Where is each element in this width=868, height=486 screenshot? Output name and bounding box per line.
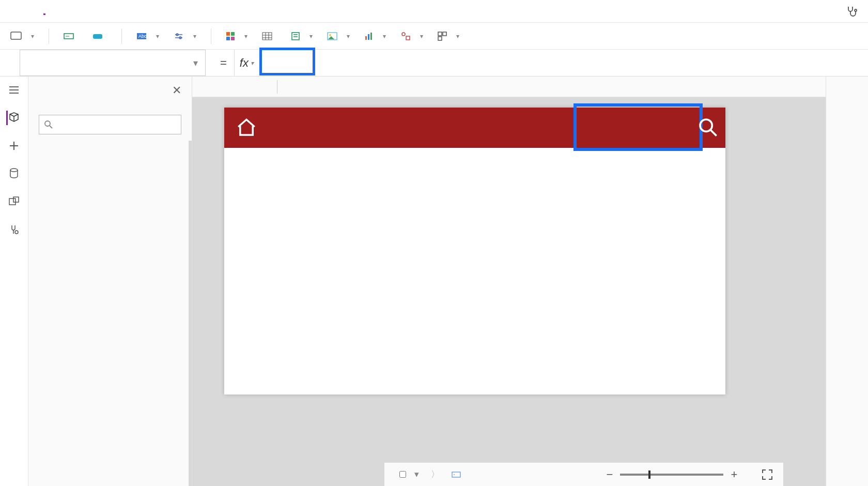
chevron-down-icon: ▾ xyxy=(383,33,386,40)
svg-rect-15 xyxy=(262,33,272,40)
menu-view[interactable] xyxy=(60,8,62,14)
search-icon xyxy=(44,120,53,129)
insert-custom-button[interactable]: ▾ xyxy=(438,32,459,41)
svg-rect-11 xyxy=(226,32,230,36)
svg-point-41 xyxy=(10,169,18,172)
database-icon[interactable] xyxy=(7,166,21,181)
customers-gallery[interactable] xyxy=(224,148,725,394)
insert-datatable-button[interactable] xyxy=(262,32,276,40)
svg-line-37 xyxy=(14,114,18,116)
tools-icon[interactable] xyxy=(7,222,21,237)
chevron-down-icon: ▾ xyxy=(456,33,459,40)
svg-rect-20 xyxy=(292,33,299,40)
svg-rect-4 xyxy=(93,34,102,39)
insert-input-button[interactable]: ▾ xyxy=(174,32,196,41)
svg-rect-1 xyxy=(11,32,21,39)
insert-label-button[interactable] xyxy=(64,32,78,40)
status-bar: ▾ 〉 − + xyxy=(384,462,783,486)
svg-rect-42 xyxy=(9,199,16,205)
property-selector[interactable]: ▾ xyxy=(20,50,206,76)
selected-textinput-highlight xyxy=(574,103,703,151)
svg-rect-27 xyxy=(370,33,372,40)
main-area: ✕ xyxy=(0,77,868,486)
text-icon: Abc xyxy=(136,33,147,40)
svg-point-24 xyxy=(329,34,331,36)
menu-home[interactable] xyxy=(27,8,29,14)
tree-search-input[interactable] xyxy=(39,115,181,134)
svg-rect-32 xyxy=(438,37,442,40)
zoom-out-button[interactable]: − xyxy=(607,468,613,481)
crumb-checkbox[interactable] xyxy=(399,471,406,478)
button-icon xyxy=(92,32,103,40)
textinput-icon xyxy=(452,471,461,478)
svg-point-48 xyxy=(700,119,712,131)
svg-rect-43 xyxy=(13,197,19,202)
svg-rect-26 xyxy=(368,34,369,40)
app-canvas[interactable] xyxy=(224,108,725,394)
ribbon: ▾ Abc ▾ ▾ ▾ ▾ ▾ ▾ ▾ ▾ xyxy=(0,23,868,50)
close-icon[interactable]: ✕ xyxy=(172,84,181,97)
svg-point-28 xyxy=(402,33,405,36)
svg-line-47 xyxy=(50,126,52,128)
hamburger-icon[interactable] xyxy=(7,83,21,97)
svg-rect-31 xyxy=(443,32,446,36)
svg-rect-30 xyxy=(438,32,442,36)
insert-media-button[interactable]: ▾ xyxy=(327,32,350,40)
app-header xyxy=(224,108,725,148)
zoom-in-button[interactable]: + xyxy=(731,468,737,481)
svg-rect-25 xyxy=(365,36,367,40)
charts-icon xyxy=(364,32,374,40)
chevron-down-icon: ▾ xyxy=(414,469,419,480)
equals-sign: = xyxy=(213,56,234,70)
left-rail xyxy=(0,77,28,486)
insert-text-button[interactable]: Abc ▾ xyxy=(136,33,159,40)
chevron-down-icon: ▾ xyxy=(31,33,34,40)
svg-rect-13 xyxy=(226,37,230,40)
svg-point-46 xyxy=(45,121,50,126)
menu-file[interactable] xyxy=(10,8,12,14)
formula-bar: ▾ = fx▾ xyxy=(0,50,868,77)
formula-input[interactable] xyxy=(259,50,868,76)
plus-icon[interactable] xyxy=(7,139,21,153)
svg-point-45 xyxy=(15,231,18,234)
chevron-down-icon: ▾ xyxy=(347,33,350,40)
tree-panel: ✕ xyxy=(28,77,192,486)
breadcrumb-screen[interactable]: ▾ xyxy=(395,466,424,482)
canvas-area: ▾ 〉 − + xyxy=(192,77,826,486)
insert-gallery-button[interactable]: ▾ xyxy=(226,32,247,41)
input-icon xyxy=(174,32,184,41)
fx-button[interactable]: fx▾ xyxy=(234,50,259,76)
insert-forms-button[interactable]: ▾ xyxy=(291,32,313,41)
custom-icon xyxy=(438,32,447,41)
chevron-down-icon: ▾ xyxy=(193,57,198,69)
breadcrumb-control[interactable] xyxy=(447,468,470,481)
svg-text:Abc: Abc xyxy=(138,34,147,39)
media-icon xyxy=(327,32,337,40)
menubar xyxy=(0,0,868,23)
eval-result xyxy=(249,81,254,92)
fullscreen-icon[interactable] xyxy=(762,469,773,480)
chevron-down-icon: ▾ xyxy=(244,33,247,40)
chevron-down-icon: ▾ xyxy=(156,33,159,40)
properties-panel xyxy=(826,77,868,486)
zoom-slider[interactable] xyxy=(620,474,723,476)
menu-insert[interactable] xyxy=(43,7,45,15)
search-icon[interactable] xyxy=(698,117,718,138)
tree-list[interactable] xyxy=(28,141,192,486)
properties-panel-title xyxy=(832,82,868,84)
tree-view-icon[interactable] xyxy=(6,111,21,125)
stethoscope-icon[interactable] xyxy=(845,5,858,18)
insert-button-button[interactable] xyxy=(92,32,107,40)
svg-line-36 xyxy=(10,114,14,116)
home-icon[interactable] xyxy=(236,117,257,139)
insert-icons-button[interactable]: ▾ xyxy=(400,32,423,41)
icons-icon xyxy=(400,32,411,41)
menu-action[interactable] xyxy=(76,8,79,14)
datatable-icon xyxy=(262,32,272,40)
new-screen-button[interactable]: ▾ xyxy=(10,32,34,41)
insert-charts-button[interactable]: ▾ xyxy=(364,32,386,40)
chevron-down-icon: ▾ xyxy=(420,33,423,40)
svg-rect-50 xyxy=(452,472,460,477)
media-rail-icon[interactable] xyxy=(7,194,21,209)
svg-rect-29 xyxy=(406,36,410,40)
